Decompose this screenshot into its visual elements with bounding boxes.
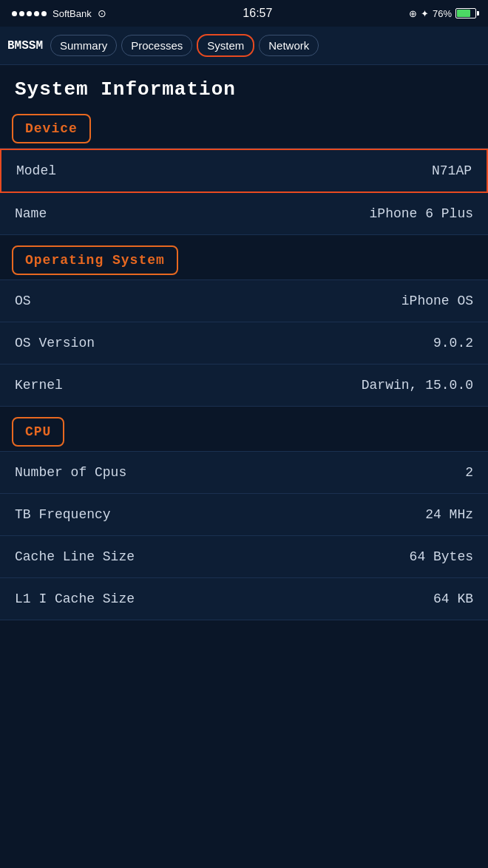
tab-network[interactable]: Network bbox=[259, 35, 319, 56]
info-label-1-1: OS Version bbox=[15, 336, 95, 350]
info-label-2-3: L1 I Cache Size bbox=[15, 591, 135, 606]
bluetooth-icon: ✦ bbox=[421, 8, 429, 19]
status-bar: SoftBank ⊙ 16:57 ⊕ ✦ 76% bbox=[0, 0, 488, 27]
location-icon: ⊕ bbox=[409, 8, 417, 19]
info-label-1-2: Kernel bbox=[15, 378, 63, 393]
rows-wrapper-2: Number of Cpus2TB Frequency24 MHzCache L… bbox=[0, 451, 488, 620]
info-label-2-0: Number of Cpus bbox=[15, 465, 126, 480]
section-2: CPUNumber of Cpus2TB Frequency24 MHzCach… bbox=[0, 414, 488, 620]
info-row-2-2: Cache Line Size64 Bytes bbox=[0, 536, 488, 578]
info-label-0-0: Model bbox=[16, 163, 56, 178]
info-value-1-0: iPhone OS bbox=[401, 294, 473, 308]
section-1: Operating SystemOSiPhone OSOS Version9.0… bbox=[0, 243, 488, 407]
info-label-2-2: Cache Line Size bbox=[15, 549, 135, 564]
info-row-1-0: OSiPhone OS bbox=[0, 280, 488, 322]
status-right: ⊕ ✦ 76% bbox=[409, 8, 476, 19]
info-row-0-1: NameiPhone 6 Plus bbox=[0, 193, 488, 235]
info-row-0-0: ModelN71AP bbox=[0, 149, 488, 193]
rows-wrapper-0: ModelN71APNameiPhone 6 Plus bbox=[0, 148, 488, 235]
info-value-0-0: N71AP bbox=[432, 163, 472, 178]
section-header-0: Device bbox=[12, 114, 91, 143]
page-title: System Information bbox=[0, 65, 488, 111]
battery-icon bbox=[455, 8, 476, 18]
time-display: 16:57 bbox=[243, 7, 272, 20]
info-label-1-0: OS bbox=[15, 294, 31, 308]
tab-processes[interactable]: Processes bbox=[121, 35, 192, 56]
info-label-0-1: Name bbox=[15, 206, 47, 221]
carrier-label: SoftBank bbox=[52, 8, 92, 19]
nav-bar: BMSSM Summary Processes System Network bbox=[0, 27, 488, 65]
rows-wrapper-1: OSiPhone OSOS Version9.0.2KernelDarwin, … bbox=[0, 279, 488, 407]
battery-percent: 76% bbox=[433, 8, 452, 19]
info-value-2-1: 24 MHz bbox=[425, 507, 473, 522]
info-value-2-3: 64 KB bbox=[433, 591, 473, 606]
info-value-2-0: 2 bbox=[465, 465, 473, 480]
section-header-1: Operating System bbox=[12, 245, 178, 275]
section-header-2: CPU bbox=[12, 417, 64, 447]
info-row-1-1: OS Version9.0.2 bbox=[0, 322, 488, 365]
info-row-2-3: L1 I Cache Size64 KB bbox=[0, 578, 488, 620]
status-left: SoftBank ⊙ bbox=[12, 7, 106, 19]
wifi-icon: ⊙ bbox=[98, 7, 106, 19]
section-0: DeviceModelN71APNameiPhone 6 Plus bbox=[0, 111, 488, 235]
info-value-1-1: 9.0.2 bbox=[433, 336, 473, 350]
battery-fill bbox=[457, 10, 470, 17]
info-value-0-1: iPhone 6 Plus bbox=[370, 206, 473, 221]
info-row-2-0: Number of Cpus2 bbox=[0, 452, 488, 494]
signal-icon bbox=[12, 11, 47, 16]
info-value-2-2: 64 Bytes bbox=[410, 549, 473, 564]
info-row-2-1: TB Frequency24 MHz bbox=[0, 494, 488, 536]
brand-label: BMSSM bbox=[7, 39, 43, 52]
info-label-2-1: TB Frequency bbox=[15, 507, 111, 522]
tab-summary[interactable]: Summary bbox=[50, 35, 117, 56]
tab-system[interactable]: System bbox=[197, 34, 254, 57]
info-value-1-2: Darwin, 15.0.0 bbox=[362, 378, 473, 393]
sections-container: DeviceModelN71APNameiPhone 6 PlusOperati… bbox=[0, 111, 488, 620]
info-row-1-2: KernelDarwin, 15.0.0 bbox=[0, 365, 488, 407]
